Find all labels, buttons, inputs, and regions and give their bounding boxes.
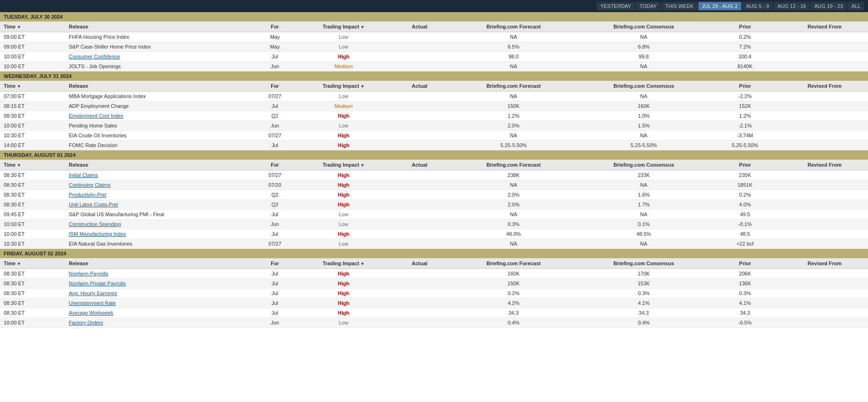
col-header-tradingImpact[interactable]: Trading Impact [296, 21, 390, 32]
col-header-briefingForecast: Briefing.com Forecast [448, 21, 579, 32]
release-link[interactable]: Average Workweek [69, 310, 113, 316]
nav-btn-aug-5---9[interactable]: AUG 5 - 9 [742, 2, 773, 10]
cell-revised [781, 298, 868, 308]
col-header-briefingForecast: Briefing.com Forecast [448, 160, 579, 170]
cell-prior: 152K [709, 101, 782, 111]
table-row: 08:30 ETInitial Claims07/27High238K233K2… [0, 170, 868, 180]
cell-revised [781, 239, 868, 249]
cell-release: Continuing Claims [65, 180, 253, 190]
cell-impact: High [296, 298, 390, 308]
cell-actual [391, 180, 449, 190]
col-header-tradingImpact[interactable]: Trading Impact [296, 258, 390, 269]
cell-release: S&P Global US Manufacturing PMI - Final [65, 210, 253, 219]
cell-revised [781, 62, 868, 71]
cell-impact: High [296, 200, 390, 210]
cell-forecast: NA [448, 32, 579, 42]
release-link[interactable]: Nonfarm Payrolls [69, 271, 108, 276]
impact-label: Low [339, 221, 348, 227]
release-link[interactable]: Consumer Confidence [69, 54, 120, 59]
nav-btn-yesterday[interactable]: YESTERDAY [596, 2, 635, 10]
cell-for: Jul [253, 101, 297, 111]
release-link[interactable]: Productivity-Prel [69, 192, 106, 197]
table-row: 10:00 ETPending Home SalesJunLow2.0%1.5%… [0, 121, 868, 131]
cell-impact: Low [296, 219, 390, 229]
release-link[interactable]: Unit Labor Costs-Prel [69, 202, 118, 207]
cell-impact: High [296, 269, 390, 279]
cell-time: 09:00 ET [0, 42, 65, 52]
nav-btn-aug-12---16[interactable]: AUG 12 - 16 [774, 2, 810, 10]
cell-actual [391, 141, 449, 150]
col-header-prior: Prior [709, 81, 782, 92]
cell-prior: 136K [709, 279, 782, 289]
table-row: 10:30 ETEIA Natural Gas Inventories07/27… [0, 239, 868, 249]
cell-revised [781, 200, 868, 210]
cell-time: 10:00 ET [0, 219, 65, 229]
nav-btn-today[interactable]: TODAY [636, 2, 660, 10]
col-header-briefingConsensus: Briefing.com Consensus [579, 258, 709, 269]
cell-revised [781, 32, 868, 42]
release-link[interactable]: ISM Manufacturing Index [69, 231, 126, 237]
col-header-tradingImpact[interactable]: Trading Impact [296, 81, 390, 92]
cell-consensus: 1.0% [579, 111, 709, 121]
cell-release: Consumer Confidence [65, 52, 253, 62]
cell-revised [781, 289, 868, 298]
cell-revised [781, 52, 868, 62]
cell-for: Jun [253, 219, 297, 229]
cell-consensus: 34.3 [579, 308, 709, 318]
cell-impact: High [296, 141, 390, 150]
col-header-prior: Prior [709, 258, 782, 269]
cell-actual [391, 210, 449, 219]
release-link[interactable]: Construction Spending [69, 221, 121, 227]
impact-label: High [338, 281, 349, 286]
col-header-time[interactable]: Time [0, 258, 65, 269]
cell-for: Q2 [253, 190, 297, 200]
cell-impact: Low [296, 318, 390, 328]
cell-revised [781, 141, 868, 150]
cell-release: EIA Natural Gas Inventories [65, 239, 253, 249]
col-header-release: Release [65, 160, 253, 170]
release-link[interactable]: Initial Claims [69, 172, 98, 178]
col-header-revisedFrom: Revised From [781, 21, 868, 32]
cell-for: 07/20 [253, 180, 297, 190]
col-header-tradingImpact[interactable]: Trading Impact [296, 160, 390, 170]
release-link[interactable]: Employment Cost Index [69, 113, 123, 119]
col-header-prior: Prior [709, 160, 782, 170]
cell-actual [391, 62, 449, 71]
cell-time: 08:30 ET [0, 298, 65, 308]
col-header-time[interactable]: Time [0, 160, 65, 170]
cell-actual [391, 200, 449, 210]
cell-time: 09:00 ET [0, 32, 65, 42]
cell-consensus: 6.8% [579, 42, 709, 52]
release-link[interactable]: Avg. Hourly Earnings [69, 290, 117, 296]
release-link[interactable]: Continuing Claims [69, 182, 110, 188]
cell-prior: 0.2% [709, 32, 782, 42]
cell-forecast: 2.0% [448, 121, 579, 131]
impact-label: Low [339, 44, 348, 49]
nav-btn-all[interactable]: ALL [847, 2, 864, 10]
cell-impact: High [296, 111, 390, 121]
cell-time: 10:30 ET [0, 239, 65, 249]
cell-forecast: 0.4% [448, 318, 579, 328]
nav-btn-aug-19---23[interactable]: AUG 19 - 23 [811, 2, 846, 10]
col-header-time[interactable]: Time [0, 81, 65, 92]
release-link[interactable]: Factory Orders [69, 320, 103, 325]
release-link[interactable]: Nonfarm Private Payrolls [69, 281, 126, 286]
cell-revised [781, 219, 868, 229]
col-header-revisedFrom: Revised From [781, 160, 868, 170]
cell-consensus: 0.3% [579, 289, 709, 298]
col-header-for: For [253, 160, 297, 170]
nav-btn-jul-29---aug-2[interactable]: JUL 29 - AUG 2 [698, 2, 742, 10]
nav-btn-this-week[interactable]: THIS WEEK [661, 2, 697, 10]
cell-impact: Low [296, 210, 390, 219]
release-link[interactable]: Unemployment Rate [69, 300, 115, 306]
col-header-briefingForecast: Briefing.com Forecast [448, 258, 579, 269]
cell-time: 08:30 ET [0, 308, 65, 318]
cell-time: 08:30 ET [0, 279, 65, 289]
cell-for: Jun [253, 121, 297, 131]
col-header-time[interactable]: Time [0, 21, 65, 32]
cell-forecast: 6.5% [448, 42, 579, 52]
impact-label: Low [339, 212, 348, 217]
col-header-prior: Prior [709, 21, 782, 32]
cell-revised [781, 180, 868, 190]
col-header-actual: Actual [391, 21, 449, 32]
